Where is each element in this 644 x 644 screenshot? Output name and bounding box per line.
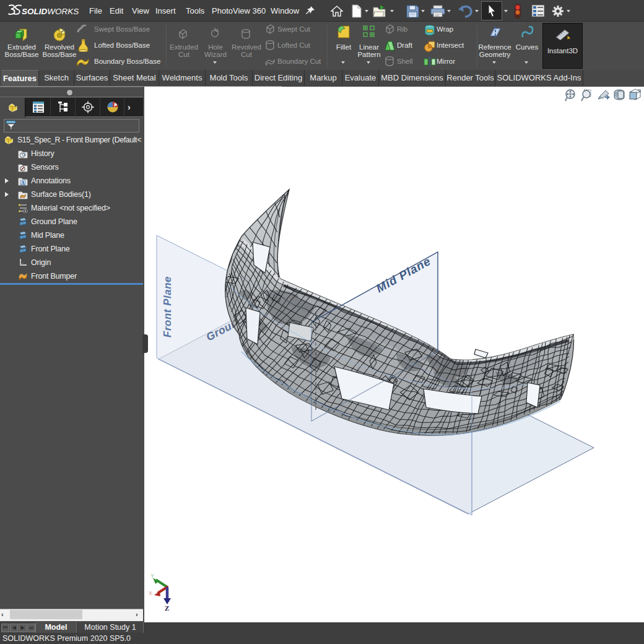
svg-text:X: X [149, 590, 152, 596]
svg-text:A: A [21, 180, 25, 186]
svg-text:Front Plane: Front Plane [162, 276, 173, 337]
svg-text:Z: Z [165, 604, 169, 612]
svg-text:SOLIDWORKS: SOLIDWORKS [22, 7, 79, 16]
svg-text:Y: Y [150, 573, 154, 579]
